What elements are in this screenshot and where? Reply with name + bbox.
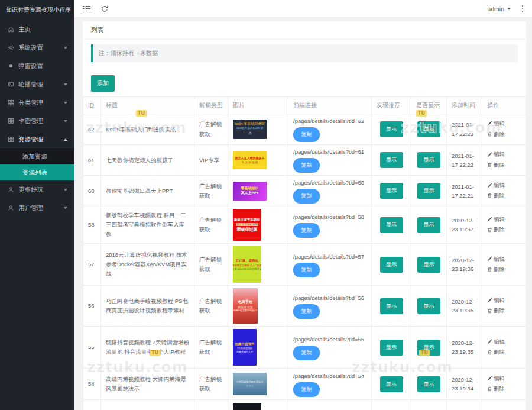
sidebar-item-card-keys[interactable]: 卡密管理 (0, 112, 74, 130)
sidebar: 知识付费资源变现小程序 主页 系统设置 弹窗设置 轮播管理 分类管理 (0, 0, 74, 410)
kebab-menu-icon[interactable] (521, 5, 524, 13)
edit-link[interactable]: 编辑 (487, 337, 505, 347)
thumbnail-text: 云计算、虚拟化 (236, 259, 259, 263)
cell-title: 2018云计算虚拟化视频教程 技术参考Docker容器Xen/KVM项目实战 (101, 244, 194, 286)
cell-visible: 显示 (411, 145, 447, 176)
col-title: 标题 (101, 97, 194, 114)
add-button[interactable]: 添加 (91, 75, 115, 92)
visible-show-button[interactable]: 显示 (417, 376, 440, 392)
visible-show-button[interactable]: 显示 (417, 217, 440, 233)
sidebar-item-label: 主页 (18, 25, 31, 34)
copy-button[interactable]: 复制 (293, 263, 320, 277)
cell-added-time: 2021-01- 17 22:23 (447, 114, 482, 145)
visible-show-button[interactable]: 显示 (417, 183, 440, 199)
sidebar-item-home[interactable]: 主页 (0, 20, 74, 38)
cell-discover-recommend: 显示 (372, 145, 411, 176)
time-part: 17 22:23 (452, 130, 477, 138)
visible-show-button[interactable]: 显示 (417, 257, 440, 273)
delete-link[interactable]: 删除 (487, 306, 505, 315)
sidebar-item-popup-settings[interactable]: 弹窗设置 (0, 57, 74, 75)
recommend-show-button[interactable]: 显示 (380, 217, 403, 233)
sidebar-item-system-settings[interactable]: 系统设置 (0, 38, 74, 57)
edit-link[interactable]: 编辑 (487, 296, 505, 305)
notice-banner: 注：须保持有一条数据 (91, 44, 518, 62)
home-icon (7, 26, 14, 33)
time-part: 23 19:34 (452, 384, 477, 393)
sidebar-item-label: 系统设置 (18, 44, 43, 52)
thumbnail-text: 搞定人见人烦的熊孩子 (235, 156, 265, 160)
edit-link[interactable]: 编辑 (487, 150, 505, 159)
recommend-show-button[interactable]: 显示 (380, 152, 403, 168)
sidebar-subitem-resource-list[interactable]: 资源列表 (0, 164, 74, 180)
resource-thumbnail: 搞定人见人烦的熊孩子 七 天 训 练 营 (233, 151, 267, 169)
edit-link[interactable]: 编辑 (487, 215, 505, 224)
recommend-show-button[interactable]: 显示 (380, 340, 403, 356)
frontend-link: /pages/details/details?tid=60 (293, 178, 366, 188)
cell-image: 搞定人见人烦的熊孩子 七 天 训 练 营 (228, 145, 288, 176)
chevron-down-icon (64, 120, 67, 122)
table-row: 53 快手视频教程 快手上热门秘籍 短视频制作直播吸粉引流运营教程 广告解锁获取… (83, 400, 527, 410)
sidebar-item-more-fun[interactable]: 更多好玩 (0, 180, 74, 199)
date-part: 2020-12- (452, 375, 477, 384)
copy-button[interactable]: 复制 (293, 304, 320, 319)
sidebar-item-users[interactable]: 用户管理 (0, 199, 74, 217)
cell-visible: 显示 (411, 206, 447, 244)
list-card: 列表 注：须保持有一条数据 添加 ID 标题 解锁类型 图片 前端连接 发现推荐… (83, 21, 526, 410)
delete-link[interactable]: 删除 (487, 347, 505, 357)
edit-link[interactable]: 编辑 (487, 119, 505, 128)
cell-added-time: 2020-12- 23 19:34 (447, 369, 482, 400)
sidebar-item-category[interactable]: 分类管理 (0, 93, 74, 112)
date-part: 2021-01- (452, 182, 477, 191)
carousel-image-icon (7, 81, 14, 88)
recommend-show-button[interactable]: 显示 (380, 376, 403, 392)
recommend-show-button[interactable]: 显示 (380, 121, 403, 137)
copy-button[interactable]: 复制 (293, 127, 320, 142)
thumbnail-text: 流量变现个人IP (236, 350, 253, 353)
cell-actions: 编辑 删除 (482, 145, 527, 176)
table-row: 62 Kotlin零基础入门到进阶实战 广告解锁获取 kotlin 零基础到进阶… (83, 114, 527, 145)
edit-link[interactable]: 编辑 (487, 254, 505, 264)
sidebar-subitem-label: 资源列表 (22, 169, 47, 177)
copy-button[interactable]: 复制 (293, 223, 320, 238)
trash-icon (487, 193, 492, 198)
copy-button[interactable]: 复制 (293, 158, 320, 173)
cell-visible: 显示 (411, 400, 447, 410)
cell-actions: 编辑 删除 (482, 206, 527, 244)
sidebar-subitem-add-resource[interactable]: 添加资源 (0, 148, 74, 164)
sidebar-item-label: 卡密管理 (18, 117, 43, 125)
frontend-link: /pages/details/details?tid=54 (293, 372, 366, 381)
thumbnail-text: 高大上PPT (241, 191, 259, 196)
cell-actions: 编辑 删除 (482, 176, 527, 206)
visible-show-button[interactable]: 显示 (417, 121, 440, 137)
cell-title: 高清丙烯视频教程 大师丙烯海景风景画技法示 (101, 369, 194, 400)
copy-button[interactable]: 复制 (293, 189, 320, 204)
cell-image: 新版全套学车教程 新人学车轻松拿照 新规保过版 (228, 206, 288, 244)
admin-dropdown[interactable]: admin (487, 5, 511, 12)
cell-title: 教你零基础做出高大上PPT (101, 176, 194, 206)
recommend-show-button[interactable]: 显示 (380, 298, 403, 314)
visible-show-button[interactable]: 显示 (417, 340, 440, 356)
delete-link[interactable]: 删除 (487, 264, 505, 274)
delete-link[interactable]: 删除 (487, 130, 505, 139)
visible-show-button[interactable]: 显示 (417, 152, 440, 168)
grid-icon (7, 99, 14, 106)
cell-actions: 编辑 删除 (482, 369, 527, 400)
recommend-show-button[interactable]: 显示 (380, 257, 403, 273)
edit-link[interactable]: 编辑 (487, 180, 505, 190)
delete-link[interactable]: 删除 (487, 191, 505, 201)
time-part: 23 19:37 (452, 225, 477, 234)
refresh-icon[interactable] (101, 5, 108, 12)
recommend-show-button[interactable]: 显示 (380, 183, 403, 199)
sidebar-item-resources[interactable]: 资源管理 (0, 130, 74, 148)
visible-show-button[interactable]: 显示 (417, 298, 440, 314)
edit-link[interactable]: 编辑 (487, 374, 505, 383)
collapse-menu-icon[interactable] (83, 5, 90, 12)
copy-button[interactable]: 复制 (293, 382, 320, 397)
copy-button[interactable]: 复制 (293, 346, 320, 360)
delete-link[interactable]: 删除 (487, 225, 505, 234)
grid-icon (7, 118, 14, 125)
date-part: 2021-01- (452, 120, 477, 129)
delete-link[interactable]: 删除 (487, 384, 505, 393)
delete-link[interactable]: 删除 (487, 160, 505, 170)
sidebar-item-carousel[interactable]: 轮播管理 (0, 75, 74, 93)
